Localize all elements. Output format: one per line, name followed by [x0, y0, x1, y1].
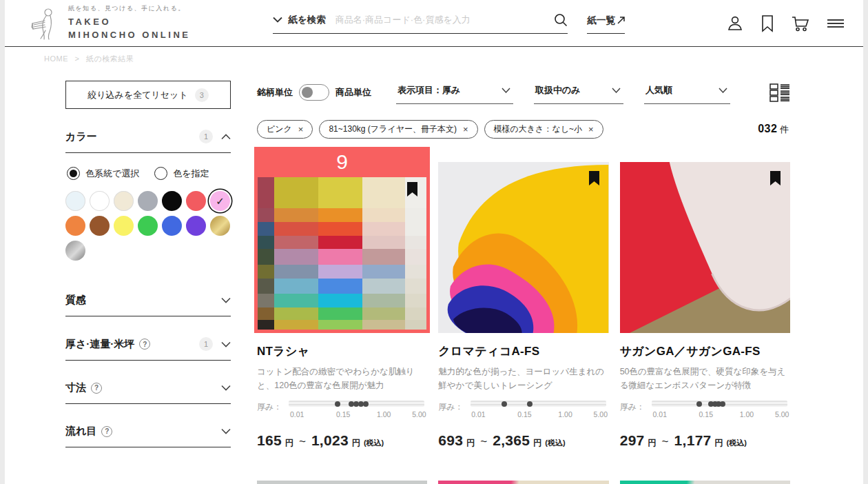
dropdown-display-item[interactable]: 表示項目：厚み [396, 82, 513, 104]
color-swatch-purple[interactable] [186, 216, 206, 236]
product-title[interactable]: NTラシャ [257, 343, 427, 359]
color-swatch-silver[interactable] [65, 241, 85, 261]
reset-filters-button[interactable]: 絞り込みを全てリセット 3 [65, 81, 231, 109]
remove-chip-icon[interactable]: × [588, 124, 594, 134]
product-card[interactable] [438, 481, 608, 484]
radio-color-family[interactable]: 色系統で選択 [67, 167, 139, 180]
thickness-label: 厚み： [438, 401, 463, 413]
chevron-down-icon[interactable] [273, 17, 282, 23]
radio-color-specify[interactable]: 色を指定 [154, 167, 209, 180]
product-card[interactable] [620, 481, 790, 484]
filter-sidebar: 絞り込みを全てリセット 3 カラー 1 色系統で選択 [65, 77, 231, 484]
slider-dot [527, 401, 533, 407]
cart-icon[interactable] [791, 14, 810, 32]
product-card[interactable] [257, 481, 427, 484]
search-input[interactable] [335, 14, 555, 25]
external-arrow-icon [617, 17, 625, 24]
color-swatch-gold[interactable] [210, 216, 230, 236]
help-icon[interactable]: ? [91, 383, 102, 394]
filter-section-color[interactable]: カラー 1 [65, 130, 231, 153]
search-area: 紙を検索 紙一覧 [273, 13, 625, 34]
product-image[interactable] [438, 162, 608, 333]
color-swatch-orange[interactable] [65, 216, 85, 236]
chevron-down-icon [502, 88, 510, 93]
product-card[interactable]: 9 NTラシャ コットン配合の緻密でやわらかな肌触りと、120色の豊富な色展開が… [257, 162, 427, 449]
slider-tick-label: 0.01 [653, 410, 667, 419]
color-swatch-black[interactable] [162, 191, 182, 211]
list-view-icon[interactable] [769, 82, 790, 105]
chevron-down-icon [221, 428, 231, 434]
bookmark-icon[interactable] [760, 14, 775, 32]
color-swatch-green[interactable] [138, 216, 158, 236]
page: 紙を知る、見つける、手に入れる。 TAKEO MIHONCHO ONLINE 紙… [5, 0, 863, 484]
site-logo[interactable]: 紙を知る、見つける、手に入れる。 TAKEO MIHONCHO ONLINE [25, 4, 190, 42]
filter-section-texture[interactable]: 質感 [65, 294, 231, 316]
remove-chip-icon[interactable]: × [298, 124, 304, 134]
filter-section-grain[interactable]: 流れ目 ? [65, 425, 231, 447]
thickness-count-badge: 1 [199, 337, 213, 351]
filter-chip[interactable]: 81~130kg (フライヤー、冊子本文)× [319, 120, 477, 139]
product-image[interactable] [620, 162, 790, 333]
help-icon[interactable]: ? [139, 339, 150, 350]
dropdown-sort[interactable]: 人気順 [644, 82, 730, 104]
site-header: 紙を知る、見つける、手に入れる。 TAKEO MIHONCHO ONLINE 紙… [5, 0, 863, 47]
color-swatch-yellow[interactable] [114, 216, 134, 236]
thickness-slider [471, 401, 606, 407]
filter-chip[interactable]: ピンク× [257, 120, 313, 139]
annotation-label: 9 [254, 147, 430, 177]
color-swatch-white[interactable] [90, 191, 110, 211]
product-card[interactable]: サガンGA／サガンGA-FS 50色の豊富な色展開で、硬質な印象を与える微細なエ… [620, 162, 790, 449]
filter-chip[interactable]: 模様の大きさ：なし~小× [484, 120, 603, 139]
filter-section-thickness[interactable]: 厚さ·連量·米坪 ? 1 [65, 337, 231, 361]
bookmark-filled-icon[interactable] [588, 170, 601, 189]
slider-tick-label: 0.01 [290, 410, 304, 419]
color-swatch-cream[interactable] [114, 191, 134, 211]
filter-chips: ピンク×81~130kg (フライヤー、冊子本文)×模様の大きさ：なし~小× [257, 120, 603, 139]
menu-icon[interactable] [826, 16, 845, 31]
product-description: コットン配合の緻密でやわらかな肌触りと、120色の豊富な色展開が魅力 [257, 365, 427, 392]
bookmark-filled-icon[interactable] [769, 170, 782, 189]
color-swatch-gray[interactable] [138, 191, 158, 211]
logo-tagline: 紙を知る、見つける、手に入れる。 [68, 4, 190, 13]
color-swatch-grid: ✓ [65, 191, 231, 261]
product-title[interactable]: サガンGA／サガンGA-FS [620, 343, 790, 359]
breadcrumb-current: 紙の検索結果 [86, 54, 134, 63]
radio-unselected-icon [154, 167, 167, 180]
product-image[interactable]: 9 [257, 162, 427, 333]
color-swatch-pink[interactable]: ✓ [210, 191, 230, 211]
chevron-down-icon [221, 297, 231, 303]
bookmark-filled-icon[interactable] [406, 181, 419, 200]
filter-section-size[interactable]: 寸法 ? [65, 381, 231, 404]
dropdown-in-stock[interactable]: 取扱中のみ [534, 82, 623, 104]
price: 297円 ~ 1,177円 (税込) [620, 432, 790, 449]
chevron-down-icon [221, 385, 231, 391]
logo-illustration [25, 6, 61, 41]
thickness-slider [289, 401, 424, 407]
color-swatch-brown[interactable] [90, 216, 110, 236]
breadcrumb-home[interactable]: HOME [44, 54, 68, 63]
chevron-up-icon [221, 134, 231, 140]
remove-chip-icon[interactable]: × [463, 124, 468, 134]
slider-tick-label: 0.15 [517, 410, 531, 419]
brand-line-1: TAKEO [68, 16, 190, 29]
price: 693円 ~ 2,365円 (税込) [438, 432, 608, 449]
slider-tick-label: 0.01 [471, 410, 485, 419]
unit-toggle-switch[interactable] [299, 84, 329, 101]
color-chart-photo [257, 162, 427, 333]
product-title[interactable]: クロマティコA-FS [438, 343, 608, 359]
search-icon[interactable] [554, 13, 568, 27]
slider-tick-label: 1.00 [740, 410, 754, 419]
slider-tick-label: 1.00 [558, 410, 572, 419]
thickness-slider [652, 401, 787, 407]
paper-list-link[interactable]: 紙一覧 [587, 14, 625, 34]
color-swatch-blue[interactable] [162, 216, 182, 236]
account-icon[interactable] [726, 14, 744, 32]
slider-tick-label: 5.00 [412, 410, 426, 419]
search-category-label[interactable]: 紙を検索 [288, 14, 325, 26]
product-card[interactable]: クロマティコA-FS 魅力的な色が揃った、ヨーロッパ生まれの鮮やかで美しいトレー… [438, 162, 608, 449]
unit-brand-label: 銘柄単位 [257, 86, 293, 99]
help-icon[interactable]: ? [101, 426, 112, 437]
color-swatch-red[interactable] [186, 191, 206, 211]
color-swatch-pale-blue[interactable] [65, 191, 85, 211]
thickness-label: 厚み： [257, 401, 282, 413]
